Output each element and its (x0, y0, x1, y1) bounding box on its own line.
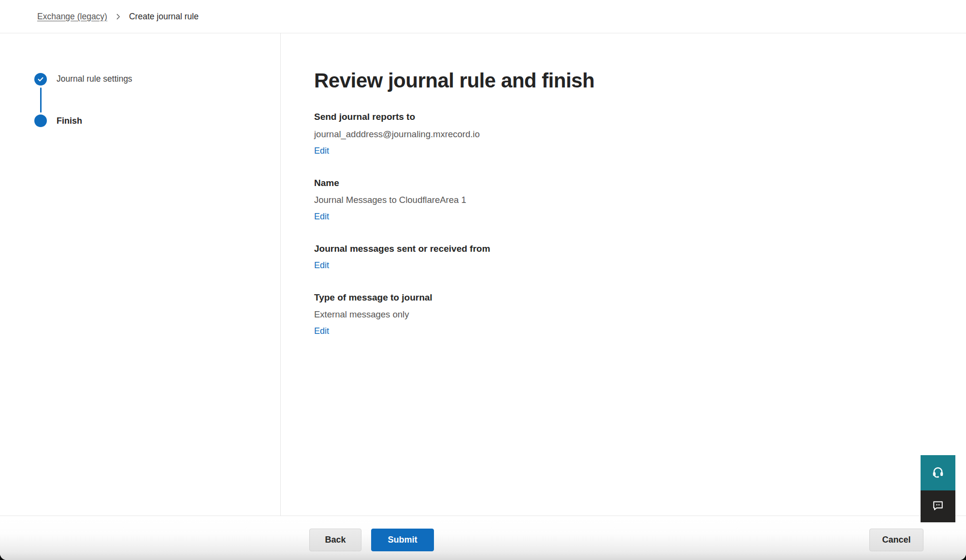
step-finish[interactable]: Finish (34, 115, 280, 127)
section-label: Send journal reports to (314, 111, 966, 123)
feedback-icon (931, 499, 945, 514)
step-label: Finish (57, 116, 82, 125)
breadcrumb-current-page: Create journal rule (129, 12, 199, 22)
message-type-value: External messages only (314, 309, 966, 320)
step-list: Journal rule settings Finish (0, 33, 280, 127)
step-completed-check-icon (34, 73, 47, 86)
step-label: Journal rule settings (57, 75, 132, 84)
wizard-steps-panel: Journal rule settings Finish (0, 33, 281, 516)
admin-center-window: Exchange (legacy) Create journal rule Jo… (0, 0, 966, 560)
feedback-button[interactable] (921, 490, 955, 522)
edit-name-link[interactable]: Edit (314, 211, 329, 222)
edit-send-journal-reports-link[interactable]: Edit (314, 145, 329, 157)
back-button[interactable]: Back (309, 529, 361, 551)
support-button-stack (921, 455, 955, 522)
chevron-right-icon (115, 14, 121, 20)
step-journal-rule-settings[interactable]: Journal rule settings (34, 73, 280, 86)
breadcrumb-link-exchange-legacy[interactable]: Exchange (legacy) (37, 12, 107, 22)
breadcrumb: Exchange (legacy) Create journal rule (0, 0, 966, 33)
headset-icon (931, 465, 945, 481)
footer-action-bar: Back Submit Cancel (0, 516, 966, 560)
help-support-button[interactable] (921, 455, 955, 490)
section-name: Name Journal Messages to CloudflareArea … (314, 177, 966, 223)
section-journal-messages-scope: Journal messages sent or received from E… (314, 243, 966, 272)
section-message-type: Type of message to journal External mess… (314, 292, 966, 337)
page-title: Review journal rule and finish (314, 69, 966, 93)
cancel-button[interactable]: Cancel (869, 529, 923, 551)
section-send-journal-reports-to: Send journal reports to journal_adddress… (314, 111, 966, 157)
review-pane: Review journal rule and finish Send jour… (281, 33, 966, 516)
section-label: Name (314, 177, 966, 189)
step-connector-line (40, 87, 42, 113)
edit-scope-link[interactable]: Edit (314, 260, 329, 271)
section-label: Type of message to journal (314, 292, 966, 304)
review-sections: Send journal reports to journal_adddress… (314, 111, 966, 337)
edit-message-type-link[interactable]: Edit (314, 326, 329, 337)
step-current-dot-icon (34, 115, 47, 127)
journal-report-address-value: journal_adddress@journaling.mxrecord.io (314, 129, 966, 140)
section-label: Journal messages sent or received from (314, 243, 966, 255)
submit-button[interactable]: Submit (371, 529, 434, 551)
rule-name-value: Journal Messages to CloudflareArea 1 (314, 194, 966, 206)
